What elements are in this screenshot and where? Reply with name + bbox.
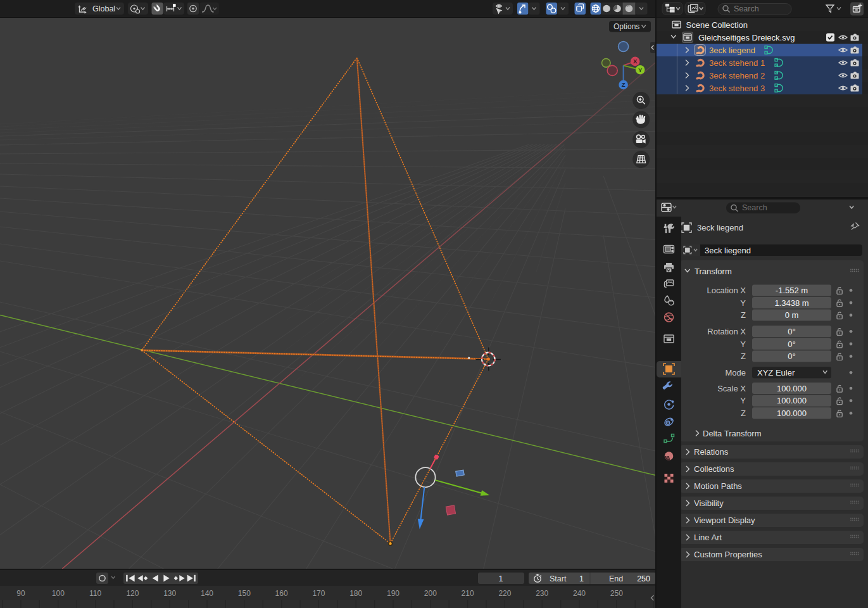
svg-text:Y: Y [740, 396, 746, 405]
svg-text:180: 180 [349, 589, 362, 598]
svg-text:XYZ Euler: XYZ Euler [757, 368, 795, 377]
svg-text:100.000: 100.000 [777, 408, 807, 418]
svg-text:230: 230 [536, 589, 548, 598]
svg-text:240: 240 [573, 589, 586, 598]
svg-text:Z: Z [741, 310, 746, 320]
svg-text:100.000: 100.000 [777, 384, 807, 393]
svg-text:Rotation X: Rotation X [707, 327, 746, 336]
svg-text:Viewport Display: Viewport Display [694, 516, 755, 525]
svg-text:3eck stehend 1: 3eck stehend 1 [709, 58, 765, 68]
svg-text:110: 110 [89, 589, 101, 598]
svg-text:100.000: 100.000 [777, 396, 807, 405]
svg-text:-1.552 m: -1.552 m [776, 286, 808, 295]
svg-text:Z: Z [741, 352, 746, 361]
svg-text:Z: Z [622, 81, 626, 88]
svg-text:3eck liegend: 3eck liegend [705, 246, 751, 255]
svg-text:Scene Collection: Scene Collection [686, 20, 748, 30]
svg-text:X: X [633, 58, 638, 65]
svg-text:210: 210 [462, 589, 474, 598]
svg-text:3eck stehend 2: 3eck stehend 2 [709, 71, 765, 80]
svg-text:Search: Search [742, 203, 767, 212]
svg-text:Y: Y [638, 66, 643, 73]
svg-text:150: 150 [238, 589, 251, 598]
svg-text:0°: 0° [788, 352, 795, 361]
svg-text:3eck liegend: 3eck liegend [697, 223, 743, 232]
svg-text:Custom Properties: Custom Properties [694, 550, 762, 559]
svg-text:Z: Z [741, 408, 746, 418]
svg-text:Relations: Relations [694, 447, 729, 457]
svg-text:0 m: 0 m [785, 310, 799, 320]
svg-text:90: 90 [16, 589, 25, 598]
svg-text:Mode: Mode [725, 368, 746, 377]
svg-text:250: 250 [637, 574, 650, 583]
svg-text:Options: Options [613, 22, 639, 31]
svg-text:Visibility: Visibility [694, 498, 724, 508]
svg-text:3eck liegend: 3eck liegend [709, 46, 755, 55]
svg-text:Start: Start [550, 574, 567, 583]
svg-text:130: 130 [163, 589, 176, 598]
svg-text:Y: Y [740, 339, 746, 349]
svg-text:190: 190 [387, 589, 399, 598]
svg-text:140: 140 [201, 589, 213, 598]
svg-text:Transform: Transform [695, 267, 732, 276]
svg-text:3eck stehend 3: 3eck stehend 3 [709, 84, 765, 93]
svg-text:Search: Search [734, 4, 759, 13]
svg-text:Line Art: Line Art [694, 533, 722, 542]
svg-text:200: 200 [424, 589, 437, 598]
svg-text:220: 220 [498, 589, 511, 598]
svg-text:100: 100 [52, 589, 65, 598]
svg-text:1: 1 [499, 574, 503, 583]
svg-text:160: 160 [275, 589, 288, 598]
svg-text:Delta Transform: Delta Transform [703, 429, 761, 438]
svg-text:Global: Global [92, 4, 115, 13]
svg-text:End: End [609, 574, 623, 583]
svg-text:Gleichseitiges Dreieck.svg: Gleichseitiges Dreieck.svg [698, 33, 795, 42]
svg-text:170: 170 [312, 589, 325, 598]
svg-text:Location X: Location X [707, 286, 746, 295]
svg-text:Collections: Collections [694, 464, 734, 474]
svg-text:120: 120 [126, 589, 139, 598]
svg-text:0°: 0° [788, 339, 795, 349]
svg-text:250: 250 [610, 589, 623, 598]
svg-text:1: 1 [579, 574, 584, 583]
svg-text:0°: 0° [788, 327, 795, 336]
svg-text:Scale X: Scale X [717, 384, 746, 393]
svg-text:Motion Paths: Motion Paths [694, 481, 742, 491]
svg-text:Y: Y [740, 298, 746, 308]
svg-text:1.3438 m: 1.3438 m [774, 298, 808, 308]
